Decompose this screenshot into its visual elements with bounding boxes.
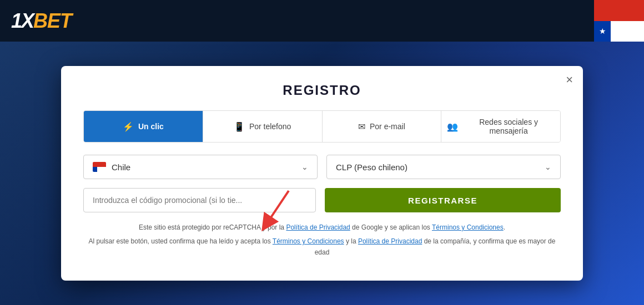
close-button[interactable]: × [566, 74, 573, 86]
logo-1x: 1X [11, 9, 33, 33]
tab-redes-label: Redes sociales y mensajería [462, 118, 555, 135]
chevron-down-icon: ⌄ [301, 162, 308, 171]
registration-tabs: ⚡ Un clic 📱 Por telefono ✉ Por e-mail 👥 … [83, 110, 561, 143]
tab-email-label: Por e-mail [370, 122, 405, 131]
currency-select[interactable]: CLP (Peso chileno) ⌄ [326, 155, 561, 179]
tab-un-clic[interactable]: ⚡ Un clic [84, 111, 203, 142]
chile-flag-small [93, 162, 106, 172]
registration-modal: × REGISTRO ⚡ Un clic 📱 Por telefono ✉ Po… [61, 66, 583, 281]
promo-register-row: REGISTRARSE [83, 188, 561, 212]
tab-telefono-label: Por telefono [249, 122, 291, 131]
email-icon: ✉ [358, 121, 365, 132]
country-select[interactable]: Chile ⌄ [83, 155, 318, 179]
terms-conditions-link-2[interactable]: Términos y Condiciones [273, 237, 344, 245]
legal-text-2: Al pulsar este botón, usted confirma que… [83, 236, 561, 257]
legal-text-1: Este sitio está protegido por reCAPTCHA … [83, 222, 561, 233]
phone-icon: 📱 [234, 121, 245, 132]
tab-un-clic-label: Un clic [138, 122, 164, 131]
main-background: × REGISTRO ⚡ Un clic 📱 Por telefono ✉ Po… [0, 42, 644, 305]
register-button[interactable]: REGISTRARSE [325, 188, 561, 212]
logo-bet: BET [33, 9, 72, 33]
tab-telefono[interactable]: 📱 Por telefono [203, 111, 323, 142]
chile-flag-corner: ★ [594, 0, 644, 42]
lightning-icon: ⚡ [123, 121, 134, 132]
currency-value: CLP (Peso chileno) [336, 162, 545, 172]
chevron-down-icon-currency: ⌄ [545, 162, 551, 171]
social-icon: 👥 [447, 121, 458, 132]
privacy-policy-link-2[interactable]: Política de Privacidad [358, 237, 422, 245]
promo-code-input[interactable] [83, 188, 316, 212]
header: 1X BET ★ [0, 0, 644, 42]
country-currency-row: Chile ⌄ CLP (Peso chileno) ⌄ [83, 155, 561, 179]
tab-email[interactable]: ✉ Por e-mail [323, 111, 442, 142]
modal-title: REGISTRO [83, 83, 561, 98]
tab-redes[interactable]: 👥 Redes sociales y mensajería [441, 111, 560, 142]
privacy-policy-link-1[interactable]: Política de Privacidad [286, 223, 350, 231]
country-value: Chile [112, 162, 301, 172]
terms-conditions-link-1[interactable]: Términos y Condiciones [432, 223, 504, 231]
logo: 1X BET [11, 9, 72, 33]
